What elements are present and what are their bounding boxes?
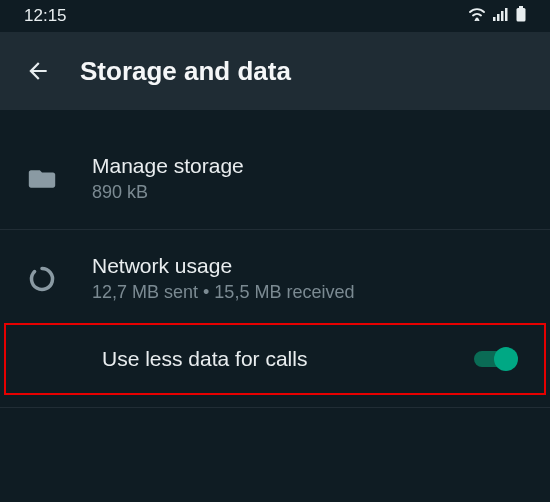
manage-storage-content: Manage storage 890 kB bbox=[80, 154, 528, 203]
divider bbox=[0, 407, 550, 408]
manage-storage-subtitle: 890 kB bbox=[92, 182, 528, 203]
svg-point-0 bbox=[476, 18, 479, 21]
svg-rect-3 bbox=[501, 11, 504, 21]
svg-rect-2 bbox=[497, 14, 500, 21]
folder-icon bbox=[22, 168, 80, 190]
wifi-icon bbox=[468, 6, 486, 26]
status-indicators bbox=[468, 6, 526, 27]
use-less-data-toggle[interactable] bbox=[474, 347, 518, 371]
arrow-left-icon bbox=[25, 58, 51, 84]
signal-icon bbox=[493, 6, 509, 26]
network-usage-content: Network usage 12,7 MB sent • 15,5 MB rec… bbox=[80, 254, 528, 303]
use-less-data-row[interactable]: Use less data for calls bbox=[4, 323, 546, 395]
network-usage-subtitle: 12,7 MB sent • 15,5 MB received bbox=[92, 282, 528, 303]
use-less-data-title: Use less data for calls bbox=[32, 347, 474, 371]
svg-rect-4 bbox=[505, 8, 508, 21]
svg-rect-5 bbox=[519, 6, 523, 8]
toggle-thumb bbox=[494, 347, 518, 371]
manage-storage-row[interactable]: Manage storage 890 kB bbox=[0, 136, 550, 223]
svg-rect-6 bbox=[517, 8, 526, 22]
settings-list: Manage storage 890 kB Network usage 12,7… bbox=[0, 110, 550, 408]
manage-storage-title: Manage storage bbox=[92, 154, 528, 178]
divider bbox=[0, 229, 550, 230]
title-bar: Storage and data bbox=[0, 32, 550, 110]
back-button[interactable] bbox=[20, 53, 56, 89]
page-title: Storage and data bbox=[80, 56, 291, 87]
status-bar: 12:15 bbox=[0, 0, 550, 32]
data-usage-icon bbox=[22, 265, 80, 293]
status-time: 12:15 bbox=[24, 6, 67, 26]
network-usage-title: Network usage bbox=[92, 254, 528, 278]
svg-rect-1 bbox=[493, 17, 496, 21]
network-usage-row[interactable]: Network usage 12,7 MB sent • 15,5 MB rec… bbox=[0, 236, 550, 323]
battery-icon bbox=[516, 6, 526, 27]
